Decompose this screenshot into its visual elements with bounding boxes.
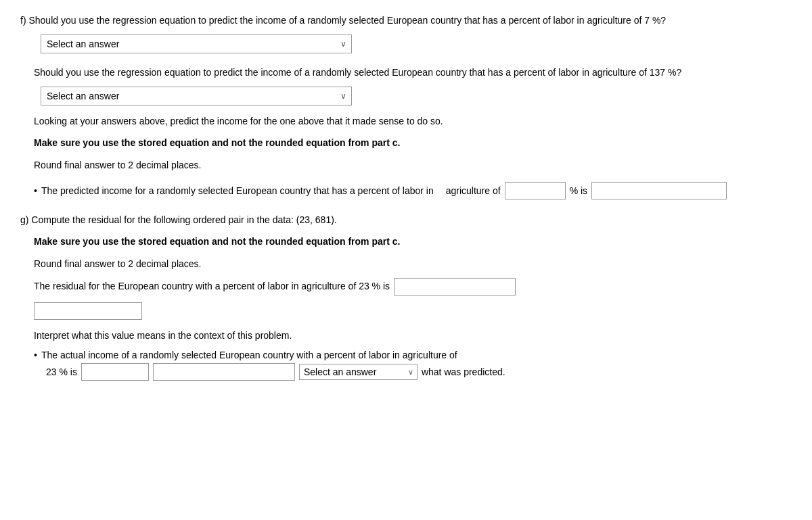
f-select2-container: Select an answer Yes No ∨ — [41, 87, 352, 105]
g-what-was-predicted-label: what was predicted. — [422, 367, 505, 377]
bullet-icon-2: • — [34, 350, 37, 360]
g-interpret-title-text: Interpret what this value means in the c… — [34, 330, 292, 341]
f-sub-title-text: Should you use the regression equation t… — [34, 67, 681, 78]
g-title-text: g) Compute the residual for the followin… — [20, 214, 337, 225]
f-select1-container: Select an answer Yes No ∨ — [41, 34, 352, 53]
f-dropdown1-wrapper: Select an answer Yes No ∨ — [34, 34, 792, 62]
f-instruction-1-text: Looking at your answers above, predict t… — [34, 116, 443, 126]
section-g: g) Compute the residual for the followin… — [20, 213, 792, 381]
g-instruction-2-text: Round final answer to 2 decimal places. — [34, 258, 201, 269]
g-select-answer[interactable]: Select an answer more than less than equ… — [299, 364, 418, 380]
f-dropdown2-wrapper: Select an answer Yes No ∨ — [34, 87, 792, 114]
g-residual-text: The residual for the European country wi… — [34, 278, 390, 295]
g-bullet-text1: The actual income of a randomly selected… — [41, 350, 457, 360]
f-bullet-row: • The predicted income for a randomly se… — [34, 179, 792, 199]
f-title-text: f) Should you use the regression equatio… — [20, 15, 666, 26]
g-question-title: g) Compute the residual for the followin… — [20, 213, 792, 227]
g-residual-input[interactable] — [394, 278, 516, 296]
f-agriculture-label: agriculture of — [446, 185, 501, 196]
bullet-icon-1: • — [34, 185, 37, 196]
f-instruction-2-text: Make sure you use the stored equation an… — [34, 137, 400, 148]
f-agriculture-input[interactable] — [505, 182, 566, 199]
f-sub-question-title: Should you use the regression equation t… — [34, 66, 792, 80]
f-select-answer-1[interactable]: Select an answer Yes No — [41, 34, 352, 53]
g-instruction-2: Round final answer to 2 decimal places. — [34, 256, 792, 271]
f-select-answer-2[interactable]: Select an answer Yes No — [41, 87, 352, 105]
g-instruction-1: Make sure you use the stored equation an… — [34, 234, 792, 249]
f-income-input[interactable] — [591, 182, 727, 199]
g-select-answer-container: Select an answer more than less than equ… — [299, 364, 418, 380]
g-standalone-input-block — [34, 302, 792, 320]
g-standalone-input[interactable] — [34, 302, 142, 320]
g-bullet-row: • The actual income of a randomly select… — [34, 350, 792, 381]
f-instruction-3: Round final answer to 2 decimal places. — [34, 158, 792, 172]
g-interpret-title: Interpret what this value means in the c… — [34, 328, 792, 343]
section-f: f) Should you use the regression equatio… — [20, 14, 792, 199]
g-income-value-input[interactable] — [153, 363, 295, 381]
f-question-title: f) Should you use the regression equatio… — [20, 14, 792, 28]
f-instruction-3-text: Round final answer to 2 decimal places. — [34, 160, 201, 170]
g-instruction-1-text: Make sure you use the stored equation an… — [34, 236, 400, 247]
g-income-actual-input[interactable] — [81, 363, 149, 381]
f-instruction-2: Make sure you use the stored equation an… — [34, 135, 792, 150]
g-residual-row: The residual for the European country wi… — [34, 278, 792, 296]
g-23-label: 23 % is — [46, 367, 77, 377]
f-is-label: % is — [570, 185, 587, 196]
f-bullet-text1: The predicted income for a randomly sele… — [41, 185, 434, 196]
f-instruction-1: Looking at your answers above, predict t… — [34, 114, 792, 128]
